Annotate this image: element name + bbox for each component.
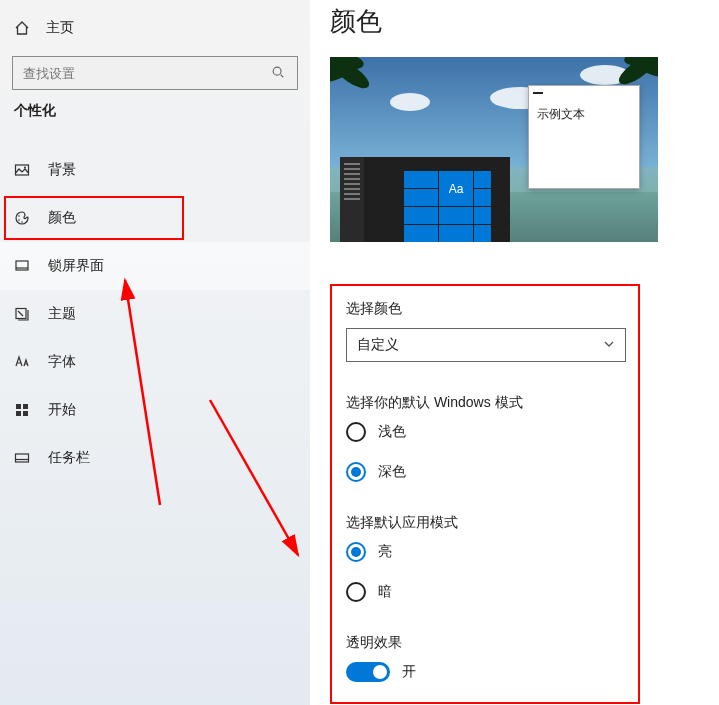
radio-label: 亮 — [378, 543, 392, 561]
palette-icon — [14, 210, 30, 226]
radio-icon — [346, 462, 366, 482]
radio-label: 浅色 — [378, 423, 406, 441]
sidebar-item-label: 主题 — [48, 305, 76, 323]
annotation-highlight-settings: 选择颜色 自定义 选择你的默认 Windows 模式 浅色 深色 选择默认应用模… — [330, 284, 640, 704]
sidebar-item-fonts[interactable]: 字体 — [0, 338, 310, 386]
transparency-toggle[interactable] — [346, 662, 390, 682]
preview-sample-text: 示例文本 — [529, 100, 639, 129]
svg-rect-12 — [16, 454, 29, 462]
search-input[interactable] — [23, 66, 271, 81]
sidebar-item-themes[interactable]: 主题 — [0, 290, 310, 338]
windows-mode-dark-radio[interactable]: 深色 — [346, 462, 624, 482]
home-label: 主页 — [46, 19, 74, 37]
app-mode-dark-radio[interactable]: 暗 — [346, 582, 624, 602]
home-button[interactable]: 主页 — [0, 8, 310, 48]
radio-icon — [346, 582, 366, 602]
svg-rect-8 — [16, 404, 21, 409]
tile-sample-label: Aa — [449, 182, 464, 196]
svg-rect-10 — [16, 411, 21, 416]
sidebar-item-start[interactable]: 开始 — [0, 386, 310, 434]
sidebar-item-label: 颜色 — [48, 209, 76, 227]
svg-point-5 — [21, 221, 23, 223]
lockscreen-icon — [14, 258, 30, 274]
sidebar: 主页 个性化 背景 — [0, 0, 310, 705]
sidebar-item-lockscreen[interactable]: 锁屏界面 — [0, 242, 310, 290]
main-content: 颜色 Aa — [310, 0, 719, 705]
toggle-state-label: 开 — [402, 663, 416, 681]
color-select-dropdown[interactable]: 自定义 — [346, 328, 626, 362]
sidebar-item-taskbar[interactable]: 任务栏 — [0, 434, 310, 482]
preview-window: 示例文本 — [528, 85, 640, 189]
sidebar-item-label: 任务栏 — [48, 449, 90, 467]
color-select-label: 选择颜色 — [346, 300, 624, 318]
app-mode-label: 选择默认应用模式 — [346, 514, 624, 532]
sidebar-item-background[interactable]: 背景 — [0, 146, 310, 194]
radio-icon — [346, 422, 366, 442]
annotation-highlight — [4, 196, 184, 240]
windows-mode-light-radio[interactable]: 浅色 — [346, 422, 624, 442]
start-icon — [14, 402, 30, 418]
search-input-wrapper[interactable] — [12, 56, 298, 90]
chevron-down-icon — [603, 336, 615, 354]
radio-icon — [346, 542, 366, 562]
page-title: 颜色 — [330, 4, 699, 39]
svg-rect-11 — [23, 411, 28, 416]
transparency-label: 透明效果 — [346, 634, 624, 652]
font-icon — [14, 354, 30, 370]
svg-rect-6 — [16, 261, 28, 270]
svg-point-3 — [18, 215, 20, 217]
radio-label: 深色 — [378, 463, 406, 481]
dropdown-value: 自定义 — [357, 336, 399, 354]
sidebar-item-label: 开始 — [48, 401, 76, 419]
section-title: 个性化 — [0, 102, 310, 128]
svg-rect-9 — [23, 404, 28, 409]
picture-icon — [14, 162, 30, 178]
svg-point-2 — [24, 167, 26, 169]
svg-point-4 — [18, 219, 20, 221]
preview-tiles: Aa — [404, 171, 491, 242]
sidebar-item-colors[interactable]: 颜色 — [0, 194, 310, 242]
taskbar-icon — [14, 450, 30, 466]
svg-point-0 — [273, 67, 281, 75]
theme-icon — [14, 306, 30, 322]
palm-decoration — [330, 57, 384, 113]
radio-label: 暗 — [378, 583, 392, 601]
sidebar-item-label: 锁屏界面 — [48, 257, 104, 275]
sidebar-item-label: 字体 — [48, 353, 76, 371]
windows-mode-label: 选择你的默认 Windows 模式 — [346, 394, 624, 412]
search-icon — [271, 65, 287, 81]
theme-preview: Aa 示例文本 — [330, 57, 658, 242]
home-icon — [14, 20, 30, 36]
sidebar-item-label: 背景 — [48, 161, 76, 179]
app-mode-light-radio[interactable]: 亮 — [346, 542, 624, 562]
